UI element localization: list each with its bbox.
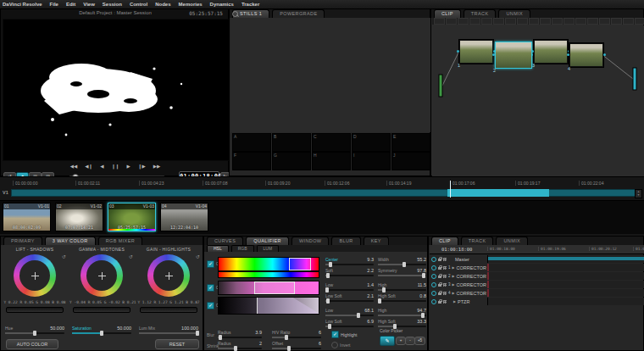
tab-window[interactable]: WINDOW [291, 237, 330, 245]
track-row-corrector-4[interactable]: 4 ▶ CORRECTOR [430, 289, 644, 297]
menu-item-memories[interactable]: Memories [179, 2, 203, 7]
clip-thumbnail-4[interactable]: 04V1-04 12:22:04:10 [160, 203, 208, 231]
still-slot[interactable]: G [272, 152, 311, 170]
keyframe-grid-icon[interactable] [443, 258, 447, 261]
gain-master-slider[interactable] [140, 307, 197, 313]
luminance-selection-range[interactable] [257, 298, 319, 314]
param-sat-high-soft[interactable]: High Soft0.8 [378, 293, 426, 302]
rewind-button[interactable]: ◀◀ [70, 164, 77, 169]
menu-item-tracker[interactable]: Tracker [242, 2, 259, 7]
saturation-qualifier-strip[interactable] [218, 281, 319, 295]
lift-reset-icon[interactable]: ↺ [62, 254, 66, 259]
picker-plus5-button[interactable]: +5 [414, 337, 425, 345]
tab-key[interactable]: KEY [364, 237, 389, 245]
step-back-button[interactable]: ◀❙ [85, 164, 92, 169]
lock-icon[interactable] [438, 284, 441, 287]
shrink-radius-slider[interactable]: Radius2 [218, 341, 262, 349]
corrector-keyframe-track[interactable] [487, 272, 644, 280]
playhead[interactable] [450, 181, 451, 198]
still-slot[interactable]: D [352, 133, 391, 152]
node-tool-button[interactable] [434, 18, 445, 25]
clip-thumbnail-3-selected[interactable]: 03V1-03 05:25:57:15 [108, 203, 156, 231]
node-tool-button[interactable] [540, 18, 551, 25]
still-slot[interactable]: H [312, 152, 351, 170]
gamma-master-slider[interactable] [73, 307, 130, 313]
expand-arrow-icon[interactable]: ▶ [452, 274, 455, 278]
node-tool-button[interactable] [529, 18, 540, 25]
corrector-node-1[interactable] [459, 40, 493, 64]
lock-icon[interactable] [438, 276, 441, 278]
still-slot[interactable]: I [352, 152, 391, 170]
clip-thumbnail-1[interactable]: 01V1-01 08:00:02:09 [3, 203, 51, 231]
param-sat-low-soft[interactable]: Low Soft2.1 [325, 293, 374, 302]
ptzr-keyframe-track[interactable] [487, 298, 644, 305]
timeline-scrollbar[interactable]: ▲▼ [635, 189, 642, 198]
subtab-lum[interactable]: LUM [257, 245, 280, 252]
tab-track-kf[interactable]: TRACK [461, 237, 494, 245]
param-symmetry[interactable]: Symmetry97.8 [378, 268, 426, 276]
clip-thumbnail-2[interactable]: 02V1-02 07:07:14:21 [55, 203, 103, 231]
fast-forward-button[interactable]: ▶▶ [153, 164, 160, 169]
menu-item-control[interactable]: Control [130, 2, 147, 7]
param-sat-high[interactable]: High11.5 [378, 282, 426, 291]
lock-icon[interactable] [438, 292, 441, 295]
saturation-slider[interactable]: Saturation50.000 [72, 326, 131, 334]
corrector-node-4[interactable] [569, 43, 603, 67]
lock-icon[interactable] [438, 267, 441, 270]
highlight-checkbox[interactable] [331, 331, 339, 338]
hue-on-checkbox[interactable] [207, 260, 214, 268]
corrector-keyframe-track[interactable] [487, 289, 644, 297]
node-tool-button[interactable] [564, 18, 575, 25]
stop-button[interactable]: ❙❙ [111, 164, 119, 169]
node-tool-button[interactable] [505, 18, 516, 25]
expand-arrow-icon[interactable]: ▶ [452, 291, 455, 295]
track-row-corrector-1[interactable]: 1 ▶ CORRECTOR [430, 264, 644, 271]
tab-track[interactable]: TRACK [464, 9, 497, 18]
node-tool-button[interactable] [458, 18, 469, 25]
hv-ratio-slider[interactable]: H/V Ratio6 [272, 330, 321, 338]
keyframe-grid-icon[interactable] [443, 292, 447, 295]
param-lum-low[interactable]: Low68.1 [325, 308, 374, 316]
hue-slider[interactable]: Hue50.000 [5, 326, 64, 334]
lift-master-slider[interactable] [6, 307, 64, 313]
node-tool-button[interactable] [493, 18, 504, 25]
keyframe-grid-icon[interactable] [443, 283, 447, 287]
track-row-corrector-3[interactable]: 3 ▶ CORRECTOR [430, 281, 644, 288]
param-width[interactable]: Width55.2 [378, 257, 426, 265]
subtab-hsl[interactable]: HSL [207, 245, 229, 252]
param-center[interactable]: Center9.3 [325, 257, 374, 265]
node-tool-button[interactable] [587, 18, 598, 25]
sat-on-checkbox[interactable] [207, 284, 214, 292]
saturation-selection-range[interactable] [254, 281, 294, 294]
corrector-node-2-selected[interactable] [495, 42, 532, 69]
expand-arrow-icon[interactable]: ▶ [452, 282, 455, 287]
step-forward-button[interactable]: ❙▶ [138, 164, 146, 169]
param-sat-low[interactable]: Low1.4 [325, 282, 374, 291]
enable-icon[interactable] [431, 291, 436, 296]
node-tool-button[interactable] [469, 18, 480, 25]
expand-arrow-icon[interactable]: ▶ [452, 265, 455, 270]
keyframe-grid-icon[interactable] [443, 300, 447, 304]
lum-on-checkbox[interactable] [207, 302, 214, 309]
viewer-image-matte[interactable] [3, 19, 230, 161]
menu-item-edit[interactable]: Edit [66, 2, 75, 7]
enable-icon[interactable] [431, 299, 436, 304]
node-tool-button[interactable] [623, 18, 634, 25]
node-tool-button[interactable] [552, 18, 563, 25]
menu-item-session[interactable]: Session [103, 2, 122, 7]
tab-clip-kf[interactable]: CLIP [431, 237, 458, 245]
menu-item-view[interactable]: View [83, 2, 95, 7]
tab-rgb-mixer[interactable]: RGB MIXER [98, 237, 142, 245]
enable-icon[interactable] [431, 274, 436, 279]
still-slot[interactable]: J [391, 152, 430, 170]
menu-item-nodes[interactable]: Nodes [155, 2, 170, 7]
node-tool-button[interactable] [611, 18, 622, 25]
lock-icon[interactable] [438, 259, 441, 261]
hue-qualifier-strip[interactable] [218, 257, 319, 271]
tab-curves[interactable]: CURVES [207, 237, 243, 245]
menu-item-davinci-resolve[interactable]: DaVinci Resolve [3, 2, 42, 7]
node-canvas[interactable]: 1 2 3 4 [432, 25, 644, 176]
tab-clip[interactable]: CLIP [434, 9, 461, 18]
keyframe-grid-icon[interactable] [443, 275, 447, 278]
corrector-keyframe-track[interactable] [487, 264, 644, 271]
